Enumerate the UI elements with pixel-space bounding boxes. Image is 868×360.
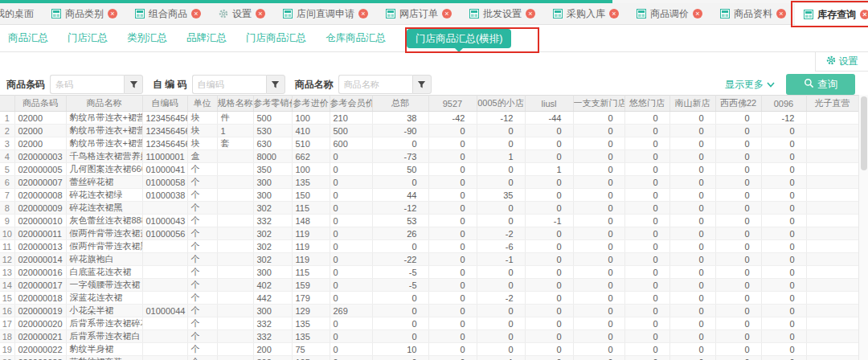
column-header-参考进价[interactable]: 参考进价: [292, 96, 330, 112]
window-tab-9[interactable]: 商品调价×: [628, 3, 711, 24]
table-cell: 75: [292, 343, 330, 356]
filter-funnel-icon[interactable]: [124, 75, 143, 94]
close-icon[interactable]: ×: [860, 10, 868, 19]
table-row[interactable]: 9020000010灰色蕾丝连衣裙88801000043个33214805300…: [0, 215, 858, 227]
table-cell: 0: [715, 137, 761, 150]
table-cell: 0: [573, 202, 624, 215]
column-header-自编码[interactable]: 自编码: [142, 96, 187, 112]
table-row[interactable]: 14020000017一字领腰带连衣裙个4021590-500000000: [0, 279, 858, 292]
column-header-商品名称[interactable]: 商品名称: [66, 96, 142, 112]
column-header-单位[interactable]: 单位: [187, 96, 217, 112]
table-cell: 0: [573, 189, 624, 202]
search-button[interactable]: 查询: [786, 74, 855, 95]
window-tab-3[interactable]: 组合商品×: [126, 3, 210, 24]
close-icon[interactable]: ×: [358, 9, 368, 18]
table-row[interactable]: 20020000023蓝豹纹裙套装个302105000-1000000: [0, 356, 858, 360]
table-row[interactable]: 102000豹纹吊带连衣+裙营养奶%51234564566666块件500100…: [0, 112, 858, 125]
column-header-南山新店[interactable]: 南山新店: [669, 96, 715, 112]
table-cell: 0: [330, 150, 372, 163]
subtab-3[interactable]: 类别汇总: [127, 31, 167, 45]
close-icon[interactable]: ×: [609, 9, 619, 18]
close-icon[interactable]: ×: [693, 9, 702, 18]
table-cell: 豹纹半身裙: [66, 343, 142, 356]
filter-input-2[interactable]: [192, 75, 266, 94]
table-row[interactable]: 16020000019小花朵半裙01000044个300129269000000…: [0, 305, 858, 317]
column-header-一支支新门店[interactable]: 一支支新门店: [573, 96, 624, 112]
table-cell: 蕾丝碎花裙: [66, 176, 142, 189]
table-cell: 0: [330, 356, 372, 360]
table-cell: 01000058: [142, 176, 187, 189]
close-icon[interactable]: ×: [526, 9, 535, 18]
subtab-5[interactable]: 门店商品汇总: [246, 31, 306, 45]
close-icon[interactable]: ×: [256, 9, 265, 18]
table-cell: 1: [525, 163, 573, 176]
subtab-6[interactable]: 仓库商品汇总: [326, 31, 386, 45]
close-icon[interactable]: ×: [776, 9, 786, 18]
filter-funnel-icon[interactable]: [266, 75, 285, 94]
filter-input-3[interactable]: [338, 75, 412, 94]
subtab-1[interactable]: 商品汇总: [8, 31, 48, 45]
close-icon[interactable]: ×: [191, 9, 201, 18]
table-row[interactable]: 202000豹纹吊带连衣+裙营养奶%51234564566666块1530410…: [0, 125, 858, 137]
row-number-cell: 20: [0, 356, 14, 360]
column-header-0005的小店[interactable]: 0005的小店: [477, 96, 525, 112]
filter-funnel-icon[interactable]: [412, 75, 432, 94]
table-row[interactable]: 18020000021后背系带连衣裙白个3321350000000000: [0, 330, 858, 343]
column-header-9527[interactable]: 9527: [428, 96, 477, 112]
table-row[interactable]: 6020000007蕾丝碎花裙01000058个3001350000000000: [0, 176, 858, 189]
table-row[interactable]: 13020000016白底蓝花连衣裙个3001150-500000000: [0, 266, 858, 279]
table-row[interactable]: 19020000022豹纹半身裙个2007501000000000: [0, 343, 858, 356]
table-row[interactable]: 5020000005几何图案连衣裙66601000041个35010005000…: [0, 163, 858, 176]
subtab-active-store-goods-horizontal[interactable]: 门店商品汇总(横排): [407, 29, 511, 48]
window-tab-10[interactable]: 商品资料×: [711, 3, 795, 24]
column-header-规格名称[interactable]: 规格名称: [217, 96, 253, 112]
table-cell: 0: [525, 202, 573, 215]
scrollbar-thumb[interactable]: [861, 96, 867, 170]
column-header-西西佛22[interactable]: 西西佛22: [715, 96, 761, 112]
table-cell: 135: [292, 330, 330, 343]
table-cell: 0: [573, 240, 624, 253]
table-cell: 0: [715, 163, 761, 176]
column-header-0096[interactable]: 0096: [761, 96, 806, 112]
column-header-悠悠门店[interactable]: 悠悠门店: [624, 96, 669, 112]
window-tab-4[interactable]: 设置×: [210, 3, 274, 24]
window-tab-2[interactable]: 商品类别×: [43, 3, 126, 24]
table-row[interactable]: 8020000009碎花连衣裙黑个3021150-1200000000: [0, 202, 858, 215]
table-row[interactable]: 12020000014碎花旗袍白个3021190-220-1000000: [0, 253, 858, 266]
window-tab-5[interactable]: 店间直调申请×: [274, 3, 377, 24]
window-tab-7[interactable]: 批发设置×: [461, 3, 544, 24]
subtab-2[interactable]: 门店汇总: [68, 31, 108, 45]
table-row[interactable]: 15020000018深蓝花连衣裙个442179000-2000000: [0, 292, 858, 305]
settings-button[interactable]: 设置: [815, 52, 868, 72]
subtab-4[interactable]: 品牌汇总: [186, 31, 227, 45]
table-cell: 510: [292, 137, 330, 150]
table-row[interactable]: 7020000008碎花连衣裙绿01000038个300150044035000…: [0, 189, 858, 202]
table-cell: 0: [715, 240, 761, 253]
table-row[interactable]: 10020000011假两件背带连衣裙蓝01000056个3021190260-…: [0, 227, 858, 240]
show-more-link[interactable]: 显示更多: [725, 78, 775, 92]
table-row[interactable]: 302000豹纹吊带连衣+裙营养奶%51234564566666块套630510…: [0, 137, 858, 150]
column-header-liusl[interactable]: liusl: [525, 96, 573, 112]
column-header-总部[interactable]: 总部: [372, 96, 428, 112]
table-cell: 0: [669, 279, 715, 292]
close-icon[interactable]: ×: [108, 9, 117, 18]
column-header-rownum[interactable]: [0, 96, 14, 112]
table-cell: [217, 292, 253, 305]
column-header-光子直营[interactable]: 光子直营: [806, 96, 858, 112]
column-header-参考零销价[interactable]: 参考零销价: [253, 96, 292, 112]
table-cell: 0: [525, 253, 573, 266]
window-tab-6[interactable]: 网店订单×: [377, 3, 461, 24]
window-tab-label: 商品调价: [650, 7, 689, 21]
column-header-商品条码[interactable]: 商品条码: [14, 96, 66, 112]
vertical-scrollbar[interactable]: [858, 95, 868, 360]
close-icon[interactable]: ×: [442, 9, 452, 18]
table-row[interactable]: 4020000003千鸟格连衣裙营养奶++11000001盒80006620-7…: [0, 150, 858, 163]
window-tab-1[interactable]: 我的桌面: [0, 3, 43, 24]
window-tab-8[interactable]: 采购入库×: [544, 3, 628, 24]
column-header-参考会员价[interactable]: 参考会员价: [330, 96, 372, 112]
table-row[interactable]: 11020000013假两件背带连衣裙黑个302119000-6000000: [0, 240, 858, 253]
table-cell: 0: [330, 330, 372, 343]
table-row[interactable]: 17020000020后背系带连衣裙碎花个3321350000000000: [0, 317, 858, 330]
window-tab-11[interactable]: 库存查询×: [795, 3, 868, 26]
filter-input-1[interactable]: [50, 75, 124, 94]
